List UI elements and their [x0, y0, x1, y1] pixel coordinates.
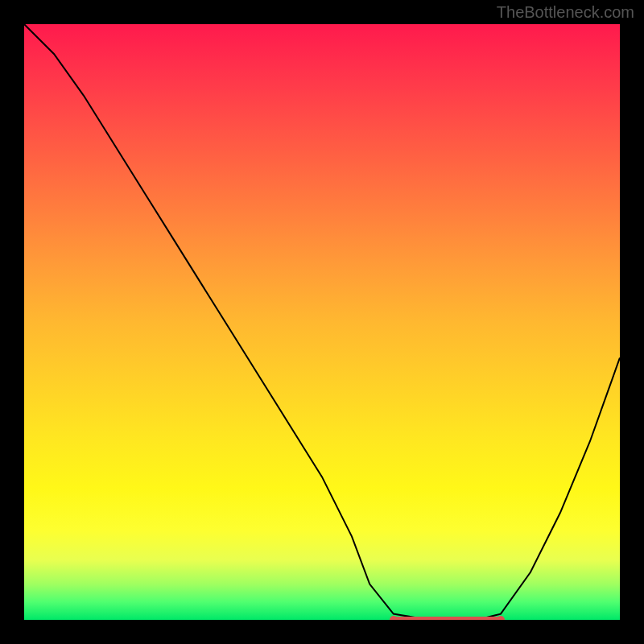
- curve-svg: [24, 24, 620, 620]
- highlight-segment: [394, 617, 501, 620]
- highlight-marker: [390, 616, 398, 620]
- plot-area: [24, 24, 620, 620]
- highlight-marker: [497, 616, 505, 620]
- curve-line: [24, 24, 620, 620]
- watermark-text: TheBottleneck.com: [497, 3, 634, 22]
